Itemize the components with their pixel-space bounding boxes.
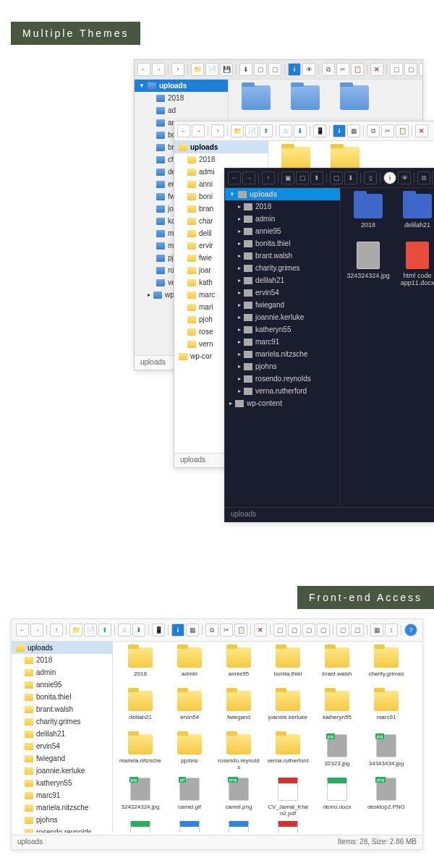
download-button[interactable]: ⬇ (344, 171, 357, 184)
tree-folder[interactable]: pjohns (12, 814, 112, 826)
upload-button[interactable]: ⬆ (98, 624, 111, 637)
download-button[interactable]: ⬇ (132, 624, 145, 637)
tree-folder[interactable]: charity.grimes (12, 715, 112, 728)
tree-folder[interactable]: fwiegand (12, 752, 112, 765)
new-file-button[interactable]: 📄 (245, 124, 258, 137)
folder-item[interactable]: delilah21 (396, 194, 434, 236)
folder-item[interactable]: marc91 (365, 691, 408, 731)
info-button[interactable]: i (288, 63, 301, 76)
btn[interactable]: ▢ (302, 624, 315, 637)
file-item[interactable]: pngcamel.png (217, 778, 260, 818)
btn[interactable]: ▢ (268, 63, 281, 76)
btn[interactable]: ▢ (330, 171, 343, 184)
folder-item[interactable]: fwiegand (217, 691, 260, 731)
info-button[interactable]: i (383, 171, 396, 184)
folder-item[interactable]: 2018 (346, 194, 390, 236)
copy-button[interactable]: ⧉ (322, 63, 335, 76)
new-file-button[interactable]: 📄 (84, 624, 97, 637)
back-button[interactable]: ← (137, 63, 150, 76)
tree-folder[interactable]: brant.walsh (12, 703, 112, 715)
btn[interactable]: ▢ (336, 624, 349, 637)
tree-folder[interactable]: ▸ervin54 (225, 286, 340, 299)
preview-button[interactable]: 👁 (302, 63, 315, 76)
new-folder-button[interactable]: 📁 (69, 624, 82, 637)
file-item[interactable]: jpg324324324.jpg (119, 778, 162, 818)
tree-folder[interactable]: admin (12, 666, 112, 678)
forward-button[interactable]: → (152, 63, 165, 76)
tree-folder[interactable]: ▸charity.grimes (225, 262, 340, 274)
cut-button[interactable]: ✂ (336, 63, 349, 76)
preview-button[interactable]: ▦ (186, 624, 199, 637)
tree-folder[interactable]: ▸2018 (225, 200, 340, 213)
tree-root[interactable]: ▼uploads (135, 80, 228, 92)
file-item[interactable]: html code app11.docx (396, 242, 434, 286)
folder-item[interactable]: charity.grimes (365, 647, 408, 688)
upload-button[interactable]: 💾 (220, 63, 233, 76)
info-button[interactable]: i (171, 624, 184, 637)
info-button[interactable]: i (333, 124, 346, 137)
up-button[interactable]: ↑ (211, 124, 224, 137)
file-item[interactable]: ssss.txt (217, 821, 260, 833)
tree-folder[interactable]: ▸fwiegand (225, 299, 340, 311)
btn[interactable]: ▢ (419, 63, 422, 76)
folder-item[interactable]: pjohns (168, 734, 211, 775)
copy-button[interactable]: ⧉ (367, 124, 380, 137)
new-folder-button[interactable]: 📁 (191, 63, 204, 76)
cut-button[interactable]: ✂ (220, 624, 233, 637)
mobile-button[interactable]: 📱 (152, 624, 165, 637)
tree-root[interactable]: uploads (12, 642, 112, 654)
forward-button[interactable]: → (242, 171, 255, 184)
folder-item[interactable] (284, 85, 327, 113)
tree-folder[interactable]: bonita.thiel (12, 691, 112, 703)
mobile-button[interactable]: ▯ (364, 171, 377, 184)
file-item[interactable]: gifcamel.gif (168, 778, 211, 818)
tree-folder[interactable]: joannie.kerluke (12, 765, 112, 777)
preview-button[interactable]: ▦ (347, 124, 360, 137)
tree-folder[interactable]: ▸katheryn55 (225, 323, 340, 336)
paste-button[interactable]: 📋 (351, 63, 364, 76)
delete-button[interactable]: ✕ (370, 63, 383, 76)
new-folder-button[interactable]: ▣ (281, 171, 294, 184)
tree-folder[interactable]: ▸joannie.kerluke (225, 311, 340, 323)
tree-folder[interactable]: rosendo.reynolds (12, 826, 112, 833)
paste-button[interactable]: 📋 (396, 124, 409, 137)
tree-folder[interactable]: ervin54 (12, 740, 112, 752)
download-button[interactable]: ⬇ (239, 63, 252, 76)
tree-folder[interactable]: annie95 (12, 678, 112, 691)
folder-item[interactable]: mariela.nitzsche (119, 734, 162, 775)
new-folder-button[interactable]: 📁 (231, 124, 244, 137)
folder-item[interactable]: katheryn55 (315, 691, 359, 731)
btn[interactable]: ▢ (404, 63, 417, 76)
up-button[interactable]: ↑ (171, 63, 184, 76)
file-item[interactable]: demo.docx (315, 778, 359, 818)
btn[interactable]: ▢ (273, 624, 286, 637)
folder-item[interactable]: admin (168, 647, 211, 688)
copy-button[interactable]: ⧉ (417, 171, 430, 184)
new-file-button[interactable]: ▢ (296, 171, 309, 184)
delete-button[interactable]: ✕ (254, 624, 267, 637)
btn[interactable]: ▢ (390, 63, 403, 76)
back-button[interactable]: ← (177, 124, 190, 137)
tree-folder[interactable]: ▸annie95 (225, 225, 340, 237)
cut-button[interactable]: ✂ (381, 124, 394, 137)
tree-folder[interactable]: 2018 (12, 654, 112, 666)
btn[interactable]: ▢ (288, 624, 301, 637)
mobile-button[interactable]: 📱 (313, 124, 326, 137)
folder-item[interactable]: 2018 (119, 647, 162, 688)
folder-item[interactable]: brant.walsh (315, 647, 359, 688)
sort-button[interactable]: ↕ (385, 624, 398, 637)
file-item[interactable]: jpg32323.jpg (315, 734, 359, 775)
tree-root[interactable]: uploads (174, 141, 268, 153)
back-button[interactable]: ← (16, 624, 29, 637)
upload-button[interactable]: ⬆ (260, 124, 273, 137)
file-item[interactable]: html code app11.docx (119, 821, 162, 833)
back-button[interactable]: ← (228, 171, 241, 184)
btn[interactable]: ▢ (317, 624, 330, 637)
folder-item[interactable]: delilah21 (119, 691, 162, 731)
home-button[interactable]: ⌂ (118, 624, 131, 637)
forward-button[interactable]: → (192, 124, 205, 137)
tree-folder[interactable]: katheryn55 (12, 777, 112, 789)
tree-folder[interactable]: marc91 (12, 789, 112, 801)
folder-item[interactable] (234, 85, 278, 113)
folder-item[interactable]: ervin54 (168, 691, 211, 731)
